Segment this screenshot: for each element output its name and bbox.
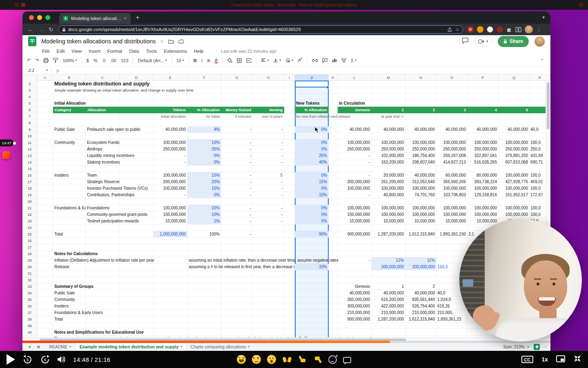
cell-text-E12[interactable]: 250,000,000 — [154, 146, 187, 153]
cell-M4[interactable] — [372, 94, 405, 100]
cell-B12[interactable] — [53, 146, 86, 153]
cell-C35[interactable] — [86, 296, 120, 303]
cell-E39[interactable] — [154, 323, 187, 329]
cell-text-Q16[interactable]: 100,000,000 — [499, 172, 530, 179]
cell-text-P19[interactable]: 129,158,816 — [468, 192, 499, 198]
row-header-9[interactable]: 9 — [22, 126, 37, 133]
tab-search-chevron-icon[interactable]: ▾ — [542, 15, 545, 20]
cell-text-H7[interactable]: over N years — [253, 113, 284, 120]
row-header-18[interactable]: 18 — [22, 185, 37, 192]
cell-text-L19[interactable]: - — [338, 192, 372, 198]
cell-text-Q19[interactable]: 151,952,517 — [499, 192, 530, 198]
cell-K11[interactable] — [329, 139, 338, 146]
cell-text-O16[interactable]: 60,000,000 — [437, 172, 468, 179]
cell-Q5[interactable] — [499, 100, 530, 107]
cell-G31[interactable] — [221, 270, 253, 277]
functions-icon[interactable]: Σ▾ — [351, 58, 356, 63]
cell-text-M22[interactable]: 100,000,000 — [372, 211, 405, 218]
cell-M5[interactable] — [372, 100, 405, 107]
row-header-33[interactable]: 33 — [22, 283, 37, 290]
cell-M26[interactable] — [372, 238, 405, 244]
row-header-5[interactable]: 5 — [22, 100, 37, 107]
column-header-G[interactable]: G — [221, 74, 253, 81]
cell-text-J5[interactable]: New Tokens — [295, 100, 329, 107]
cell-B20[interactable] — [53, 198, 86, 205]
cell-text-J18[interactable]: 0% — [295, 185, 329, 192]
menu-file[interactable]: File — [42, 49, 50, 54]
cell-text-O36[interactable]: 619,26 — [437, 303, 468, 310]
cell-text-G23[interactable]: - — [221, 218, 253, 224]
cell-K25[interactable] — [329, 231, 338, 238]
cell-G36[interactable] — [221, 303, 253, 310]
cell-text-O19[interactable]: 103,706,803 — [437, 192, 468, 198]
cell-L26[interactable] — [338, 238, 372, 244]
cell-text-L11[interactable]: 100,000,000 — [338, 139, 372, 146]
cell-text-F23[interactable]: 1% — [187, 218, 221, 224]
cell-text-F17[interactable]: 20% — [187, 179, 221, 185]
cell-text-P6[interactable]: 4 — [468, 107, 499, 113]
sheet-tab[interactable]: Charts comparing allocations▾ — [187, 343, 254, 351]
cell-text-E19[interactable]: - — [154, 192, 187, 198]
cell-H24[interactable] — [253, 224, 284, 231]
cell-text-B40[interactable]: Notes and Simplifications for Educationa… — [53, 329, 86, 336]
cell-I17[interactable] — [284, 179, 295, 185]
cell-text-N38[interactable]: 1,612,315,840 — [405, 316, 437, 323]
cell-text-G12[interactable]: - — [221, 146, 253, 153]
cell-text-F13[interactable]: 0% — [187, 153, 221, 159]
cell-I9[interactable] — [284, 126, 295, 133]
cell-L30[interactable] — [338, 264, 372, 270]
cell-text-L12[interactable]: 250,000,000 — [338, 146, 372, 153]
cell-text-F30[interactable]: assuming a # to be released in first yea… — [187, 264, 295, 270]
cell-text-C13[interactable]: Liquidity mining incentives — [86, 153, 120, 159]
cell-text-F19[interactable]: 0% — [187, 192, 221, 198]
row-header-15[interactable]: 15 — [22, 166, 37, 172]
cell-text-O37[interactable]: 210,000, — [437, 310, 468, 316]
cell-I13[interactable] — [284, 153, 295, 159]
sheets-logo-icon[interactable] — [28, 36, 36, 46]
row-header-21[interactable]: 21 — [22, 205, 37, 211]
cell-K6[interactable] — [329, 107, 338, 113]
cell-H4[interactable] — [253, 94, 284, 100]
cell-A31[interactable] — [37, 270, 53, 277]
cell-text-B6[interactable]: Category — [53, 107, 86, 113]
cell-A40[interactable] — [37, 329, 53, 336]
row-header-11[interactable]: 11 — [22, 139, 37, 146]
cell-text-N17[interactable]: 312,052,640 — [405, 179, 437, 185]
cell-text-H22[interactable]: - — [253, 211, 284, 218]
select-all-corner[interactable] — [22, 74, 37, 81]
cell-text-N30[interactable]: 200,000,000 — [405, 264, 437, 270]
cloud-saved-icon[interactable] — [178, 39, 185, 44]
forward-5-button[interactable]: 5 — [40, 355, 50, 365]
cell-text-O9[interactable]: 40,000,000 — [437, 126, 468, 133]
cell-O8[interactable] — [437, 120, 468, 126]
cell-K13[interactable] — [329, 153, 338, 159]
cell-K15[interactable] — [329, 166, 338, 172]
column-header-E[interactable]: E — [154, 74, 187, 81]
cell-text-C12[interactable]: Airdrops — [86, 146, 120, 153]
cell-H3[interactable] — [253, 87, 284, 94]
cell-G26[interactable] — [221, 238, 253, 244]
undo-icon[interactable]: ↶ — [27, 58, 31, 63]
menu-data[interactable]: Data — [129, 49, 139, 54]
cell-K31[interactable] — [329, 270, 338, 277]
cell-text-E9[interactable]: 40,000,000 — [154, 126, 187, 133]
cell-I32[interactable] — [284, 277, 295, 283]
cell-K12[interactable] — [329, 146, 338, 153]
cell-I2[interactable] — [284, 81, 295, 87]
cell-K14[interactable] — [329, 159, 338, 166]
cell-M20[interactable] — [372, 198, 405, 205]
cell-E28[interactable] — [154, 251, 187, 257]
cell-H32[interactable] — [253, 277, 284, 283]
cell-M39[interactable] — [372, 323, 405, 329]
cell-B13[interactable] — [53, 153, 86, 159]
cell-C27[interactable] — [86, 244, 120, 251]
cell-I8[interactable] — [284, 120, 295, 126]
cell-O3[interactable] — [437, 87, 468, 94]
cell-text-Q12[interactable]: 250,000,000 — [499, 146, 530, 153]
cell-C4[interactable] — [86, 94, 120, 100]
create-filter-icon[interactable] — [341, 58, 346, 63]
cell-E31[interactable] — [154, 270, 187, 277]
cell-text-M6[interactable]: 1 — [372, 107, 405, 113]
extension-icon[interactable] — [487, 26, 493, 33]
cell-C34[interactable] — [86, 290, 120, 296]
